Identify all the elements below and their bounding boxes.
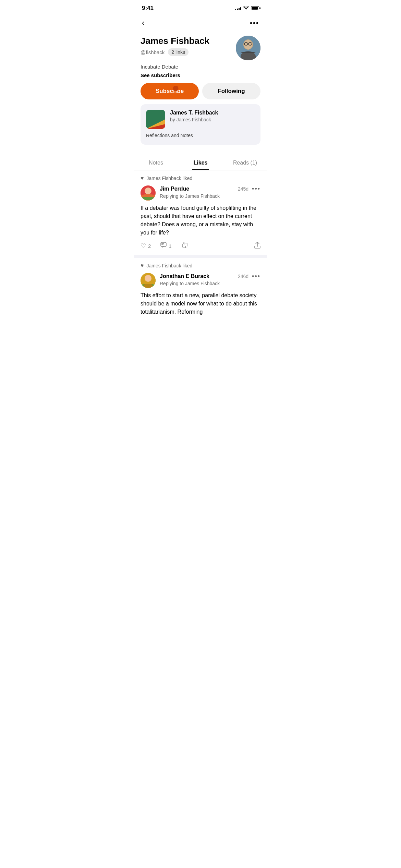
post-header-2: Jonathan E Burack 246d ••• Replying to J… bbox=[141, 273, 260, 288]
post-content-2: This effort to start a new, parallel deb… bbox=[141, 291, 260, 316]
comment-button-1[interactable]: 1 bbox=[160, 242, 171, 250]
subscribe-button[interactable]: Subscribe bbox=[141, 83, 199, 99]
profile-header: James Fishback @fishback 2 links bbox=[141, 36, 260, 60]
bottom-safe-area bbox=[134, 321, 267, 328]
see-subscribers[interactable]: See subscribers bbox=[141, 72, 260, 78]
newsletter-logo-art bbox=[146, 110, 165, 129]
profile-links-badge[interactable]: 2 links bbox=[168, 48, 189, 56]
post-actions-1: ♡ 2 1 bbox=[141, 242, 260, 250]
notification-dot bbox=[173, 86, 179, 91]
tab-likes[interactable]: Likes bbox=[178, 155, 223, 170]
profile-handle: @fishback bbox=[141, 49, 165, 55]
back-button[interactable]: ‹ bbox=[141, 17, 146, 29]
post-time-more-1: 245d ••• bbox=[238, 185, 260, 193]
post-meta-2: Jonathan E Burack 246d ••• Replying to J… bbox=[160, 273, 260, 286]
newsletter-card[interactable]: James T. Fishback by James Fishback Refl… bbox=[141, 104, 260, 145]
tabs-section: Notes Likes Reads (1) bbox=[134, 155, 267, 170]
newsletter-description: Reflections and Notes bbox=[146, 132, 255, 139]
like-button-1[interactable]: ♡ 2 bbox=[141, 242, 151, 250]
avatar-jim-perdue bbox=[141, 185, 156, 201]
like-count-1: 2 bbox=[148, 243, 151, 249]
liked-heart-icon-2: ♥ bbox=[141, 263, 144, 269]
signal-icon bbox=[235, 6, 241, 10]
post-reply-to-2: Replying to James Fishback bbox=[160, 281, 260, 286]
avatar bbox=[236, 36, 260, 60]
post-card-2: Jonathan E Burack 246d ••• Replying to J… bbox=[134, 269, 267, 321]
status-time: 9:41 bbox=[142, 5, 154, 12]
status-bar: 9:41 bbox=[134, 0, 267, 14]
activity-header-2: ♥ James Fishback liked bbox=[134, 258, 267, 269]
profile-info: James Fishback @fishback 2 links bbox=[141, 36, 236, 56]
tab-notes[interactable]: Notes bbox=[134, 155, 178, 170]
avatar-image bbox=[236, 36, 260, 60]
svg-point-9 bbox=[145, 188, 151, 194]
liked-by-1: James Fishback liked bbox=[147, 176, 193, 181]
svg-rect-16 bbox=[143, 284, 153, 288]
activity-header-1: ♥ James Fishback liked bbox=[134, 170, 267, 181]
svg-point-15 bbox=[145, 275, 151, 282]
post-author-row-1: Jim Perdue 245d ••• bbox=[160, 185, 260, 193]
liked-heart-icon-1: ♥ bbox=[141, 175, 144, 181]
post-author-row-2: Jonathan E Burack 246d ••• bbox=[160, 273, 260, 280]
feed: ♥ James Fishback liked Jim Perdue bbox=[134, 170, 267, 321]
profile-name: James Fishback bbox=[141, 36, 236, 46]
svg-rect-13 bbox=[161, 244, 163, 245]
avatar-jonathan-burack bbox=[141, 273, 156, 288]
post-content-1: If a debater was found guilty of shoplif… bbox=[141, 204, 260, 237]
status-icons bbox=[235, 5, 259, 11]
tab-reads[interactable]: Reads (1) bbox=[223, 155, 267, 170]
restack-icon-1 bbox=[181, 242, 188, 250]
profile-meta: @fishback 2 links bbox=[141, 48, 236, 56]
newsletter-details: James T. Fishback by James Fishback bbox=[170, 110, 218, 122]
post-time-1: 245d bbox=[238, 186, 248, 192]
more-button[interactable]: ••• bbox=[248, 18, 260, 28]
post-more-button-2[interactable]: ••• bbox=[252, 273, 260, 280]
bio-text: Incubate Debate bbox=[141, 64, 178, 70]
share-button-1[interactable] bbox=[254, 242, 260, 250]
wifi-icon bbox=[243, 5, 249, 11]
newsletter-title: James T. Fishback bbox=[170, 110, 218, 116]
profile-bio: Incubate Debate bbox=[141, 63, 260, 70]
post-meta-1: Jim Perdue 245d ••• Replying to James Fi… bbox=[160, 185, 260, 199]
post-time-2: 246d bbox=[238, 274, 248, 279]
post-author-name-1: Jim Perdue bbox=[160, 186, 189, 192]
post-time-more-2: 246d ••• bbox=[238, 273, 260, 280]
svg-rect-11 bbox=[161, 242, 166, 246]
liked-by-2: James Fishback liked bbox=[147, 263, 193, 268]
newsletter-inner: James T. Fishback by James Fishback bbox=[146, 110, 255, 129]
profile-section: James Fishback @fishback 2 links bbox=[134, 33, 267, 152]
post-card-1: Jim Perdue 245d ••• Replying to James Fi… bbox=[134, 181, 267, 258]
comment-icon-1 bbox=[160, 242, 167, 250]
action-buttons: Subscribe Following bbox=[141, 83, 260, 99]
heart-icon-1: ♡ bbox=[141, 242, 146, 250]
newsletter-logo bbox=[146, 110, 165, 129]
battery-icon bbox=[251, 6, 259, 10]
comment-count-1: 1 bbox=[169, 243, 171, 249]
post-header-1: Jim Perdue 245d ••• Replying to James Fi… bbox=[141, 185, 260, 201]
post-author-name-2: Jonathan E Burack bbox=[160, 273, 209, 279]
svg-rect-3 bbox=[241, 53, 256, 60]
post-reply-to-1: Replying to James Fishback bbox=[160, 193, 260, 199]
restack-button-1[interactable] bbox=[181, 242, 188, 250]
following-button[interactable]: Following bbox=[202, 83, 260, 99]
newsletter-author: by James Fishback bbox=[170, 117, 218, 122]
post-more-button-1[interactable]: ••• bbox=[252, 185, 260, 193]
nav-bar: ‹ ••• bbox=[134, 14, 267, 33]
svg-rect-12 bbox=[161, 243, 164, 244]
